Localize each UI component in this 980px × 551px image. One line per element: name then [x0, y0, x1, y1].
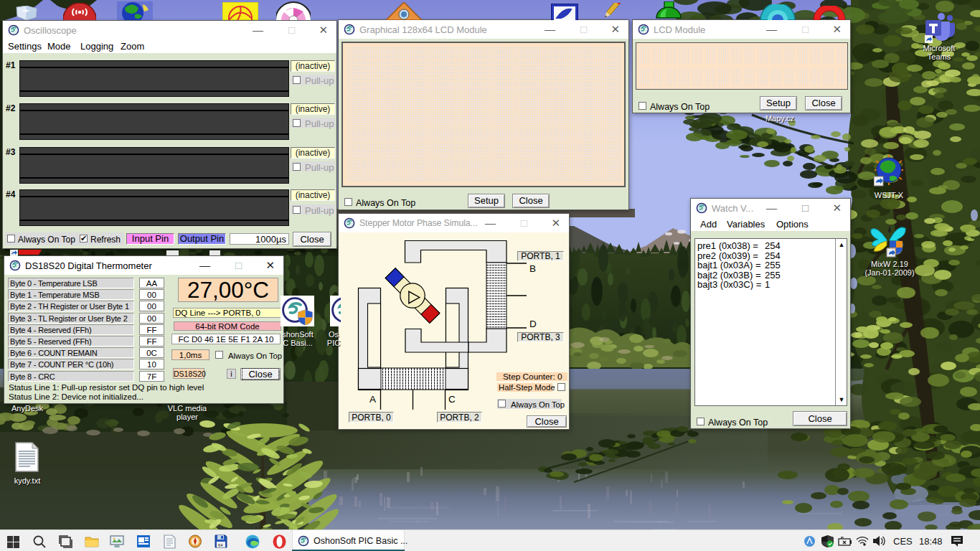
svg-text:B: B — [529, 263, 536, 274]
svg-text:64: 64 — [218, 543, 223, 547]
svg-text:A: A — [369, 394, 376, 405]
svg-text:C: C — [448, 394, 456, 405]
svg-text:D: D — [529, 319, 537, 329]
